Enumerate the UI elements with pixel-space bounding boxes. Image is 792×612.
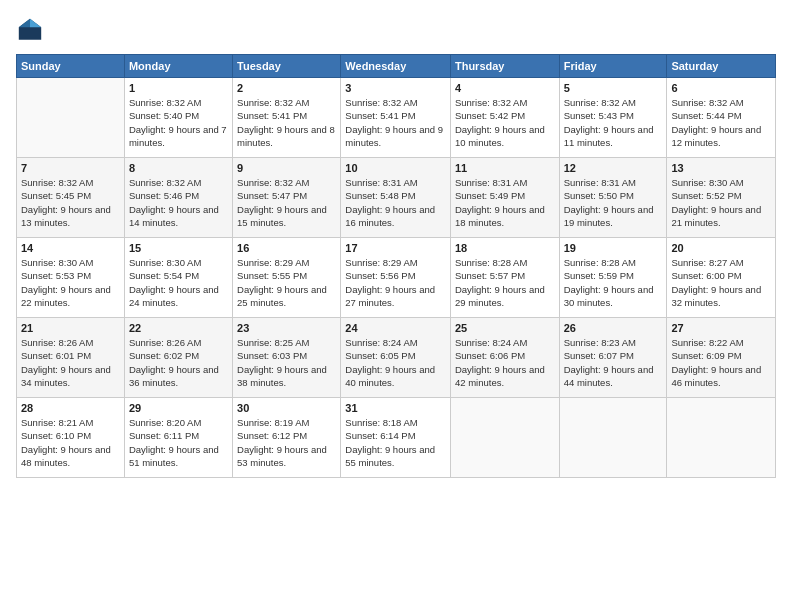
day-number: 25 bbox=[455, 322, 555, 334]
day-detail: Sunrise: 8:31 AMSunset: 5:48 PMDaylight:… bbox=[345, 176, 446, 229]
calendar-cell: 24Sunrise: 8:24 AMSunset: 6:05 PMDayligh… bbox=[341, 318, 451, 398]
day-number: 21 bbox=[21, 322, 120, 334]
day-number: 1 bbox=[129, 82, 228, 94]
day-detail: Sunrise: 8:29 AMSunset: 5:55 PMDaylight:… bbox=[237, 256, 336, 309]
header bbox=[16, 16, 776, 44]
calendar-cell: 9Sunrise: 8:32 AMSunset: 5:47 PMDaylight… bbox=[233, 158, 341, 238]
day-number: 13 bbox=[671, 162, 771, 174]
day-number: 27 bbox=[671, 322, 771, 334]
week-row-2: 7Sunrise: 8:32 AMSunset: 5:45 PMDaylight… bbox=[17, 158, 776, 238]
day-detail: Sunrise: 8:32 AMSunset: 5:47 PMDaylight:… bbox=[237, 176, 336, 229]
day-detail: Sunrise: 8:30 AMSunset: 5:52 PMDaylight:… bbox=[671, 176, 771, 229]
day-number: 8 bbox=[129, 162, 228, 174]
day-detail: Sunrise: 8:26 AMSunset: 6:02 PMDaylight:… bbox=[129, 336, 228, 389]
weekday-header-sunday: Sunday bbox=[17, 55, 125, 78]
calendar-cell: 10Sunrise: 8:31 AMSunset: 5:48 PMDayligh… bbox=[341, 158, 451, 238]
day-number: 11 bbox=[455, 162, 555, 174]
day-detail: Sunrise: 8:32 AMSunset: 5:42 PMDaylight:… bbox=[455, 96, 555, 149]
day-detail: Sunrise: 8:27 AMSunset: 6:00 PMDaylight:… bbox=[671, 256, 771, 309]
calendar-cell: 1Sunrise: 8:32 AMSunset: 5:40 PMDaylight… bbox=[124, 78, 232, 158]
day-number: 23 bbox=[237, 322, 336, 334]
calendar-cell bbox=[667, 398, 776, 478]
day-detail: Sunrise: 8:32 AMSunset: 5:40 PMDaylight:… bbox=[129, 96, 228, 149]
day-detail: Sunrise: 8:29 AMSunset: 5:56 PMDaylight:… bbox=[345, 256, 446, 309]
calendar-cell: 20Sunrise: 8:27 AMSunset: 6:00 PMDayligh… bbox=[667, 238, 776, 318]
calendar-cell: 15Sunrise: 8:30 AMSunset: 5:54 PMDayligh… bbox=[124, 238, 232, 318]
calendar-cell: 13Sunrise: 8:30 AMSunset: 5:52 PMDayligh… bbox=[667, 158, 776, 238]
day-detail: Sunrise: 8:24 AMSunset: 6:06 PMDaylight:… bbox=[455, 336, 555, 389]
day-number: 12 bbox=[564, 162, 663, 174]
logo-icon bbox=[16, 16, 44, 44]
day-detail: Sunrise: 8:31 AMSunset: 5:50 PMDaylight:… bbox=[564, 176, 663, 229]
day-detail: Sunrise: 8:32 AMSunset: 5:43 PMDaylight:… bbox=[564, 96, 663, 149]
day-number: 30 bbox=[237, 402, 336, 414]
calendar-cell: 12Sunrise: 8:31 AMSunset: 5:50 PMDayligh… bbox=[559, 158, 667, 238]
week-row-5: 28Sunrise: 8:21 AMSunset: 6:10 PMDayligh… bbox=[17, 398, 776, 478]
week-row-1: 1Sunrise: 8:32 AMSunset: 5:40 PMDaylight… bbox=[17, 78, 776, 158]
weekday-header-thursday: Thursday bbox=[450, 55, 559, 78]
weekday-header-friday: Friday bbox=[559, 55, 667, 78]
day-number: 14 bbox=[21, 242, 120, 254]
calendar-cell: 6Sunrise: 8:32 AMSunset: 5:44 PMDaylight… bbox=[667, 78, 776, 158]
day-detail: Sunrise: 8:20 AMSunset: 6:11 PMDaylight:… bbox=[129, 416, 228, 469]
day-number: 28 bbox=[21, 402, 120, 414]
day-number: 7 bbox=[21, 162, 120, 174]
day-detail: Sunrise: 8:28 AMSunset: 5:59 PMDaylight:… bbox=[564, 256, 663, 309]
calendar-cell: 21Sunrise: 8:26 AMSunset: 6:01 PMDayligh… bbox=[17, 318, 125, 398]
day-number: 29 bbox=[129, 402, 228, 414]
day-number: 31 bbox=[345, 402, 446, 414]
day-detail: Sunrise: 8:25 AMSunset: 6:03 PMDaylight:… bbox=[237, 336, 336, 389]
calendar-cell: 27Sunrise: 8:22 AMSunset: 6:09 PMDayligh… bbox=[667, 318, 776, 398]
calendar-cell: 8Sunrise: 8:32 AMSunset: 5:46 PMDaylight… bbox=[124, 158, 232, 238]
weekday-header-tuesday: Tuesday bbox=[233, 55, 341, 78]
day-detail: Sunrise: 8:30 AMSunset: 5:54 PMDaylight:… bbox=[129, 256, 228, 309]
day-detail: Sunrise: 8:32 AMSunset: 5:44 PMDaylight:… bbox=[671, 96, 771, 149]
day-detail: Sunrise: 8:30 AMSunset: 5:53 PMDaylight:… bbox=[21, 256, 120, 309]
calendar-cell: 22Sunrise: 8:26 AMSunset: 6:02 PMDayligh… bbox=[124, 318, 232, 398]
day-detail: Sunrise: 8:32 AMSunset: 5:45 PMDaylight:… bbox=[21, 176, 120, 229]
day-detail: Sunrise: 8:18 AMSunset: 6:14 PMDaylight:… bbox=[345, 416, 446, 469]
calendar-cell: 23Sunrise: 8:25 AMSunset: 6:03 PMDayligh… bbox=[233, 318, 341, 398]
calendar-cell: 11Sunrise: 8:31 AMSunset: 5:49 PMDayligh… bbox=[450, 158, 559, 238]
day-number: 17 bbox=[345, 242, 446, 254]
weekday-header-saturday: Saturday bbox=[667, 55, 776, 78]
day-number: 24 bbox=[345, 322, 446, 334]
calendar-cell: 4Sunrise: 8:32 AMSunset: 5:42 PMDaylight… bbox=[450, 78, 559, 158]
calendar-cell bbox=[17, 78, 125, 158]
day-number: 6 bbox=[671, 82, 771, 94]
day-number: 19 bbox=[564, 242, 663, 254]
page: SundayMondayTuesdayWednesdayThursdayFrid… bbox=[0, 0, 792, 612]
day-number: 26 bbox=[564, 322, 663, 334]
day-detail: Sunrise: 8:21 AMSunset: 6:10 PMDaylight:… bbox=[21, 416, 120, 469]
day-detail: Sunrise: 8:22 AMSunset: 6:09 PMDaylight:… bbox=[671, 336, 771, 389]
day-detail: Sunrise: 8:23 AMSunset: 6:07 PMDaylight:… bbox=[564, 336, 663, 389]
calendar-cell: 19Sunrise: 8:28 AMSunset: 5:59 PMDayligh… bbox=[559, 238, 667, 318]
day-number: 5 bbox=[564, 82, 663, 94]
calendar-cell: 25Sunrise: 8:24 AMSunset: 6:06 PMDayligh… bbox=[450, 318, 559, 398]
calendar-cell: 16Sunrise: 8:29 AMSunset: 5:55 PMDayligh… bbox=[233, 238, 341, 318]
day-detail: Sunrise: 8:26 AMSunset: 6:01 PMDaylight:… bbox=[21, 336, 120, 389]
calendar-cell bbox=[450, 398, 559, 478]
day-detail: Sunrise: 8:28 AMSunset: 5:57 PMDaylight:… bbox=[455, 256, 555, 309]
weekday-header-wednesday: Wednesday bbox=[341, 55, 451, 78]
calendar-cell: 28Sunrise: 8:21 AMSunset: 6:10 PMDayligh… bbox=[17, 398, 125, 478]
day-detail: Sunrise: 8:32 AMSunset: 5:41 PMDaylight:… bbox=[237, 96, 336, 149]
day-number: 2 bbox=[237, 82, 336, 94]
day-detail: Sunrise: 8:31 AMSunset: 5:49 PMDaylight:… bbox=[455, 176, 555, 229]
weekday-header-monday: Monday bbox=[124, 55, 232, 78]
day-number: 9 bbox=[237, 162, 336, 174]
calendar-cell: 29Sunrise: 8:20 AMSunset: 6:11 PMDayligh… bbox=[124, 398, 232, 478]
day-detail: Sunrise: 8:24 AMSunset: 6:05 PMDaylight:… bbox=[345, 336, 446, 389]
calendar-cell bbox=[559, 398, 667, 478]
calendar-cell: 18Sunrise: 8:28 AMSunset: 5:57 PMDayligh… bbox=[450, 238, 559, 318]
calendar-cell: 31Sunrise: 8:18 AMSunset: 6:14 PMDayligh… bbox=[341, 398, 451, 478]
calendar-cell: 5Sunrise: 8:32 AMSunset: 5:43 PMDaylight… bbox=[559, 78, 667, 158]
week-row-4: 21Sunrise: 8:26 AMSunset: 6:01 PMDayligh… bbox=[17, 318, 776, 398]
day-number: 10 bbox=[345, 162, 446, 174]
calendar-cell: 3Sunrise: 8:32 AMSunset: 5:41 PMDaylight… bbox=[341, 78, 451, 158]
calendar-cell: 26Sunrise: 8:23 AMSunset: 6:07 PMDayligh… bbox=[559, 318, 667, 398]
calendar-cell: 14Sunrise: 8:30 AMSunset: 5:53 PMDayligh… bbox=[17, 238, 125, 318]
svg-marker-1 bbox=[30, 19, 41, 27]
day-number: 22 bbox=[129, 322, 228, 334]
calendar-cell: 2Sunrise: 8:32 AMSunset: 5:41 PMDaylight… bbox=[233, 78, 341, 158]
